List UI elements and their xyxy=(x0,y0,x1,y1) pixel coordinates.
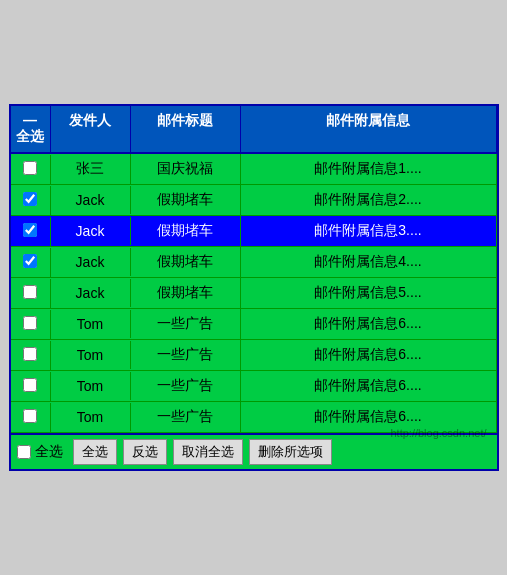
btn-invert[interactable]: 反选 xyxy=(123,439,167,465)
row-info: 邮件附属信息2.... xyxy=(241,185,497,215)
row-title: 假期堵车 xyxy=(131,216,241,246)
row-info: 邮件附属信息1.... xyxy=(241,154,497,184)
row-checkbox[interactable] xyxy=(23,161,37,175)
row-info: 邮件附属信息6.... xyxy=(241,371,497,401)
btn-delete-selected[interactable]: 删除所选项 xyxy=(249,439,332,465)
footer-checkbox[interactable] xyxy=(17,445,31,459)
row-sender: Jack xyxy=(51,279,131,307)
row-checkbox[interactable] xyxy=(23,192,37,206)
row-info: 邮件附属信息3.... xyxy=(241,216,497,246)
row-checkbox[interactable] xyxy=(23,316,37,330)
row-checkbox-cell[interactable] xyxy=(11,403,51,432)
header-info: 邮件附属信息 xyxy=(241,106,497,152)
row-title: 一些广告 xyxy=(131,340,241,370)
row-checkbox[interactable] xyxy=(23,223,37,237)
row-info: 邮件附属信息6.... xyxy=(241,340,497,370)
row-sender: Jack xyxy=(51,186,131,214)
row-checkbox-cell[interactable] xyxy=(11,155,51,184)
row-title: 一些广告 xyxy=(131,309,241,339)
table-row[interactable]: Tom 一些广告 邮件附属信息6.... xyxy=(11,340,497,371)
row-checkbox[interactable] xyxy=(23,254,37,268)
footer-select-all-check: 全选 xyxy=(17,443,63,461)
row-checkbox-cell[interactable] xyxy=(11,372,51,401)
row-sender: Tom xyxy=(51,310,131,338)
row-sender: Tom xyxy=(51,372,131,400)
row-title: 一些广告 xyxy=(131,402,241,432)
row-title: 国庆祝福 xyxy=(131,154,241,184)
table-row[interactable]: Jack 假期堵车 邮件附属信息5.... xyxy=(11,278,497,309)
email-table: — 全选 发件人 邮件标题 邮件附属信息 张三 国庆祝福 邮件附属信息1....… xyxy=(9,104,499,471)
row-checkbox-cell[interactable] xyxy=(11,217,51,246)
table-row[interactable]: Jack 假期堵车 邮件附属信息3.... xyxy=(11,216,497,247)
row-checkbox[interactable] xyxy=(23,378,37,392)
row-checkbox[interactable] xyxy=(23,285,37,299)
row-info: 邮件附属信息5.... xyxy=(241,278,497,308)
header-minus-icon: — xyxy=(23,112,37,128)
row-title: 假期堵车 xyxy=(131,247,241,277)
table-header: — 全选 发件人 邮件标题 邮件附属信息 xyxy=(11,106,497,154)
table-row[interactable]: Tom 一些广告 邮件附属信息6.... xyxy=(11,371,497,402)
row-checkbox-cell[interactable] xyxy=(11,279,51,308)
btn-select-all[interactable]: 全选 xyxy=(73,439,117,465)
row-title: 假期堵车 xyxy=(131,278,241,308)
header-sender: 发件人 xyxy=(51,106,131,152)
table-body: 张三 国庆祝福 邮件附属信息1.... Jack 假期堵车 邮件附属信息2...… xyxy=(11,154,497,433)
table-row[interactable]: Jack 假期堵车 邮件附属信息4.... xyxy=(11,247,497,278)
header-title: 邮件标题 xyxy=(131,106,241,152)
row-title: 一些广告 xyxy=(131,371,241,401)
row-info: 邮件附属信息6.... xyxy=(241,402,497,432)
table-row[interactable]: Jack 假期堵车 邮件附属信息2.... xyxy=(11,185,497,216)
row-sender: Jack xyxy=(51,217,131,245)
row-checkbox[interactable] xyxy=(23,409,37,423)
header-select-all: — 全选 xyxy=(11,106,51,152)
header-select-all-label: 全选 xyxy=(16,128,44,144)
row-title: 假期堵车 xyxy=(131,185,241,215)
row-sender: Tom xyxy=(51,341,131,369)
row-sender: 张三 xyxy=(51,154,131,184)
row-checkbox[interactable] xyxy=(23,347,37,361)
btn-cancel-all[interactable]: 取消全选 xyxy=(173,439,243,465)
row-checkbox-cell[interactable] xyxy=(11,248,51,277)
row-sender: Tom xyxy=(51,403,131,431)
table-row[interactable]: 张三 国庆祝福 邮件附属信息1.... xyxy=(11,154,497,185)
row-checkbox-cell[interactable] xyxy=(11,310,51,339)
table-row[interactable]: Tom 一些广告 邮件附属信息6.... xyxy=(11,309,497,340)
table-footer: 全选 全选 反选 取消全选 删除所选项 xyxy=(11,433,497,469)
table-row[interactable]: Tom 一些广告 邮件附属信息6.... xyxy=(11,402,497,433)
row-info: 邮件附属信息4.... xyxy=(241,247,497,277)
footer-select-all-label: 全选 xyxy=(35,443,63,461)
row-checkbox-cell[interactable] xyxy=(11,341,51,370)
row-sender: Jack xyxy=(51,248,131,276)
row-info: 邮件附属信息6.... xyxy=(241,309,497,339)
row-checkbox-cell[interactable] xyxy=(11,186,51,215)
